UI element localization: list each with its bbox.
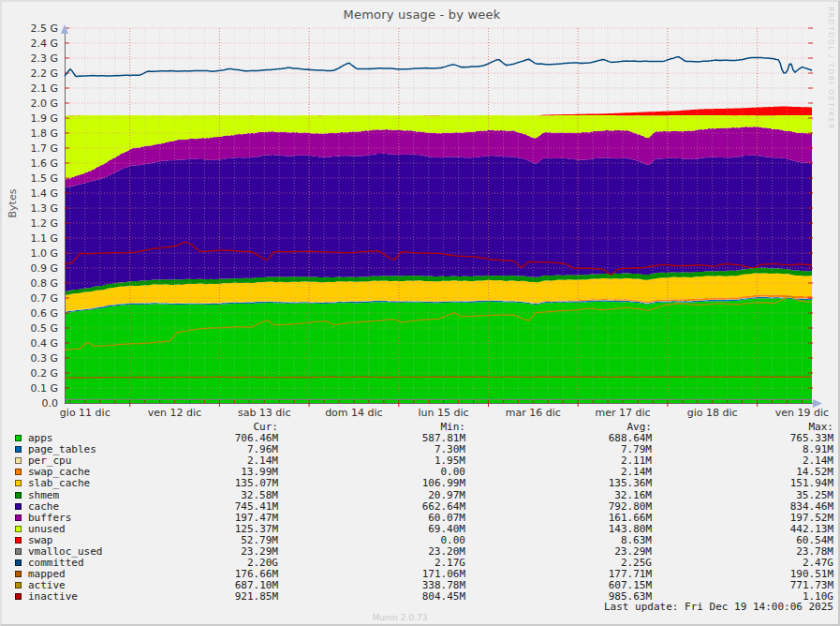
legend-cur: 745.41M [156, 501, 278, 513]
legend-cur: 197.47M [156, 513, 278, 524]
legend-max: 35.25M [712, 490, 833, 501]
y-tick-label: 0.1 G [30, 382, 58, 395]
legend-swatch-cache [15, 503, 22, 510]
legend-row-mapped: mapped176.66M171.06M177.71M190.51M [2, 569, 840, 580]
y-tick-label: 1.1 G [30, 232, 58, 245]
legend-avg: 135.36M [530, 478, 652, 489]
legend-label: cache [28, 501, 59, 513]
area-cache [65, 154, 812, 291]
x-tick-label: gio 18 dic [687, 407, 738, 419]
y-tick-label: 0.9 G [30, 262, 58, 275]
y-tick-label: 0.4 G [30, 337, 58, 350]
legend-swatch-committed [15, 559, 22, 566]
y-tick-label: 1.0 G [30, 247, 58, 260]
legend-swatch-swap_cache [15, 469, 22, 475]
legend-label: inactive [28, 591, 78, 603]
y-tick-label: 1.2 G [30, 217, 58, 230]
y-tick-label: 1.7 G [30, 142, 58, 155]
legend-row-apps: apps706.46M587.81M688.64M765.33M [2, 433, 840, 444]
stacked-areas [65, 107, 812, 404]
area-apps [65, 298, 812, 403]
x-tick-label: ven 12 dic [148, 407, 201, 419]
legend-label: unused [28, 524, 66, 535]
y-tick-label: 2.0 G [30, 97, 58, 110]
legend-label: slab_cache [28, 478, 90, 489]
y-tick-label: 1.3 G [30, 202, 58, 215]
y-tick-label: 0.2 G [30, 367, 58, 380]
legend-swatch-per_cpu [15, 457, 22, 464]
legend-cur: 32.58M [156, 490, 278, 501]
y-tick-label: 0.6 G [30, 307, 58, 320]
y-tick-labels: 0.00.1 G0.2 G0.3 G0.4 G0.5 G0.6 G0.7 G0.… [30, 22, 58, 410]
legend-cur: 125.37M [156, 524, 278, 535]
x-tick-label: sab 13 dic [238, 407, 291, 419]
legend-max: 151.94M [712, 478, 833, 489]
legend-min: 60.07M [344, 513, 465, 524]
y-tick-label: 2.5 G [30, 22, 58, 35]
y-tick-label: 1.5 G [30, 172, 58, 185]
munin-version: Munin 2.0.73 [2, 613, 798, 622]
area-swap [65, 107, 812, 116]
y-tick-label: 0.8 G [30, 277, 58, 290]
y-tick-label: 2.1 G [30, 82, 58, 95]
legend-swatch-slab_cache [15, 480, 22, 486]
legend-max: 834.46M [712, 501, 833, 513]
x-tick-label: mer 17 dic [595, 407, 650, 419]
legend-label: buffers [28, 513, 71, 524]
legend-min: 662.64M [344, 501, 465, 513]
y-tick-label: 1.6 G [30, 157, 58, 170]
legend-swatch-mapped [15, 571, 22, 577]
legend-row-unused: unused125.37M69.40M143.80M442.13M [2, 524, 840, 535]
legend-swatch-unused [15, 526, 22, 532]
last-update: Last update: Fri Dec 19 14:00:06 2025 [365, 601, 833, 613]
legend-swatch-vmalloc_used [15, 548, 22, 555]
x-tick-label: gio 11 dic [60, 407, 111, 419]
y-tick-label: 1.9 G [30, 112, 58, 125]
legend-row-per_cpu: per_cpu2.14M1.95M2.11M2.14M [2, 455, 840, 467]
legend-swatch-inactive [15, 593, 22, 600]
legend-swatch-active [15, 582, 22, 589]
legend-row-swap: swap52.79M0.008.63M60.54M [2, 535, 840, 546]
legend-swatch-swap [15, 537, 22, 544]
legend-avg: 161.66M [530, 513, 652, 524]
legend-row-shmem: shmem32.58M20.97M32.16M35.25M [2, 490, 840, 501]
legend-row-vmalloc_used: vmalloc_used23.29M23.20M23.29M23.78M [2, 546, 840, 558]
y-tick-label: 2.4 G [30, 37, 58, 50]
legend-label: shmem [28, 490, 59, 501]
legend-min: 106.99M [344, 478, 465, 489]
legend-row-buffers: buffers197.47M60.07M161.66M197.52M [2, 513, 840, 524]
legend-cur: 921.85M [156, 591, 278, 603]
y-tick-label: 2.3 G [30, 52, 58, 65]
x-tick-label: dom 14 dic [325, 407, 383, 419]
legend-row-swap_cache: swap_cache13.99M0.002.14M14.52M [2, 467, 840, 478]
legend-min: 20.97M [344, 490, 465, 501]
y-tick-label: 0.0 [42, 397, 59, 410]
legend-avg: 143.80M [530, 524, 652, 535]
legend-row-slab_cache: slab_cache135.07M106.99M135.36M151.94M [2, 478, 840, 489]
legend-row-cache: cache745.41M662.64M792.80M834.46M [2, 501, 840, 513]
legend-swatch-buffers [15, 514, 22, 521]
x-tick-label: mar 16 dic [506, 407, 561, 419]
legend-swatch-page_tables [15, 446, 22, 453]
y-tick-label: 1.4 G [30, 187, 58, 200]
y-tick-label: 0.7 G [30, 292, 58, 305]
x-tick-label: lun 15 dic [419, 407, 469, 419]
legend-avg: 792.80M [530, 501, 652, 513]
legend-row-committed: committed2.20G2.17G2.25G2.47G [2, 558, 840, 569]
legend-max: 442.13M [712, 524, 833, 535]
legend-avg: 32.16M [530, 490, 652, 501]
y-tick-label: 0.5 G [30, 322, 58, 335]
legend-max: 197.52M [712, 513, 833, 524]
legend-cur: 135.07M [156, 478, 278, 489]
legend-row-active: active687.10M338.78M607.15M771.73M [2, 580, 840, 591]
legend-header-row: Cur: Min: Avg: Max: [2, 422, 840, 433]
x-tick-labels: gio 11 dicven 12 dicsab 13 dicdom 14 dic… [60, 407, 829, 419]
legend-row-page_tables: page_tables7.96M7.30M7.79M8.91M [2, 444, 840, 455]
y-tick-label: 0.3 G [30, 352, 58, 365]
legend-swatch-shmem [15, 492, 22, 499]
munin-memory-graph-page: Memory usage - by week Bytes RRDTOOL / T… [0, 0, 840, 626]
legend-min: 69.40M [344, 524, 465, 535]
x-tick-label: ven 19 dic [775, 407, 829, 419]
legend-swatch-apps [15, 435, 22, 441]
y-axis-arrow [61, 24, 68, 34]
